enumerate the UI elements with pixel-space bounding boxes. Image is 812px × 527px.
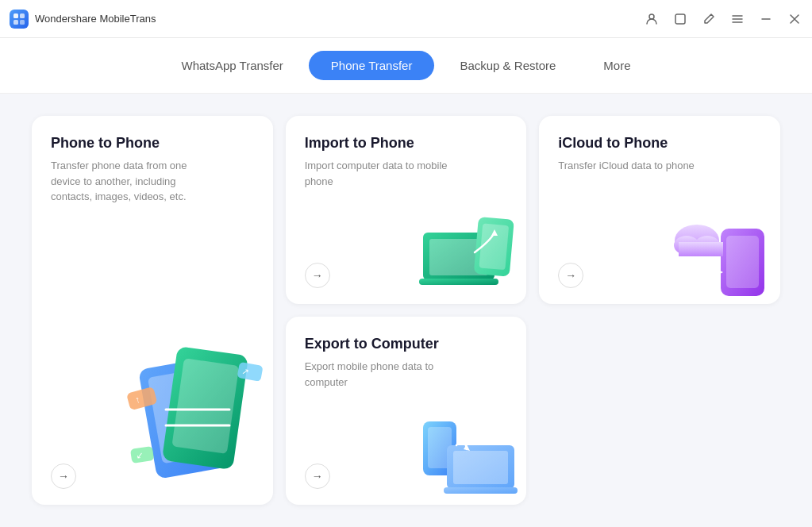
app-icon bbox=[10, 10, 29, 29]
card-phone-to-phone[interactable]: Phone to Phone Transfer phone data from … bbox=[32, 116, 273, 505]
svg-rect-23 bbox=[726, 236, 759, 288]
title-bar-left: Wondershare MobileTrans bbox=[10, 10, 156, 29]
svg-rect-1 bbox=[20, 13, 25, 18]
svg-point-4 bbox=[649, 14, 654, 19]
minimize-icon[interactable] bbox=[758, 11, 774, 27]
card-import-desc: Import computer data to mobile phone bbox=[305, 158, 464, 189]
svg-rect-27 bbox=[679, 242, 723, 256]
tab-more[interactable]: More bbox=[581, 51, 652, 80]
phone-to-phone-illustration: ↑ ↗ ↙ bbox=[122, 322, 265, 481]
svg-rect-33 bbox=[444, 487, 518, 494]
tab-phone[interactable]: Phone Transfer bbox=[309, 51, 435, 80]
edit-icon[interactable] bbox=[701, 11, 717, 27]
svg-rect-20 bbox=[479, 223, 510, 270]
card-icloud-desc: Transfer iCloud data to phone bbox=[558, 158, 717, 174]
card-export-title: Export to Computer bbox=[305, 336, 508, 352]
tab-backup[interactable]: Backup & Restore bbox=[437, 51, 578, 80]
title-bar-controls bbox=[644, 11, 802, 27]
svg-rect-5 bbox=[675, 14, 685, 24]
card-export-desc: Export mobile phone data to computer bbox=[305, 359, 464, 390]
card-phone-to-phone-title: Phone to Phone bbox=[51, 135, 254, 152]
svg-rect-0 bbox=[13, 13, 18, 18]
card-import-title: Import to Phone bbox=[305, 135, 508, 152]
close-icon[interactable] bbox=[787, 11, 802, 27]
bookmark-icon[interactable] bbox=[672, 11, 688, 27]
nav-tabs: WhatsApp Transfer Phone Transfer Backup … bbox=[0, 38, 812, 94]
menu-icon[interactable] bbox=[729, 11, 745, 27]
svg-rect-3 bbox=[20, 20, 25, 25]
card-import-to-phone[interactable]: Import to Phone Import computer data to … bbox=[286, 116, 527, 304]
card-export-to-computer[interactable]: Export to Computer Export mobile phone d… bbox=[286, 317, 527, 505]
svg-rect-18 bbox=[419, 279, 498, 285]
card-import-arrow[interactable]: → bbox=[305, 263, 330, 288]
profile-icon[interactable] bbox=[644, 11, 660, 27]
tab-whatsapp[interactable]: WhatsApp Transfer bbox=[159, 51, 305, 80]
title-bar: Wondershare MobileTrans bbox=[0, 0, 812, 38]
svg-rect-2 bbox=[13, 20, 18, 25]
card-phone-to-phone-desc: Transfer phone data from one device to a… bbox=[51, 158, 210, 205]
app-name: Wondershare MobileTrans bbox=[35, 13, 156, 25]
svg-rect-32 bbox=[453, 451, 508, 484]
card-icloud-arrow[interactable]: → bbox=[558, 263, 583, 288]
main-content: Phone to Phone Transfer phone data from … bbox=[0, 94, 812, 527]
export-illustration bbox=[415, 402, 518, 497]
card-icloud-title: iCloud to Phone bbox=[558, 135, 761, 152]
card-export-arrow[interactable]: → bbox=[305, 464, 330, 489]
svg-text:↙: ↙ bbox=[135, 450, 144, 460]
import-illustration bbox=[415, 201, 518, 296]
card-icloud-to-phone[interactable]: iCloud to Phone Transfer iCloud data to … bbox=[539, 116, 780, 304]
icloud-illustration bbox=[669, 201, 772, 296]
card-phone-to-phone-arrow[interactable]: → bbox=[51, 464, 76, 489]
